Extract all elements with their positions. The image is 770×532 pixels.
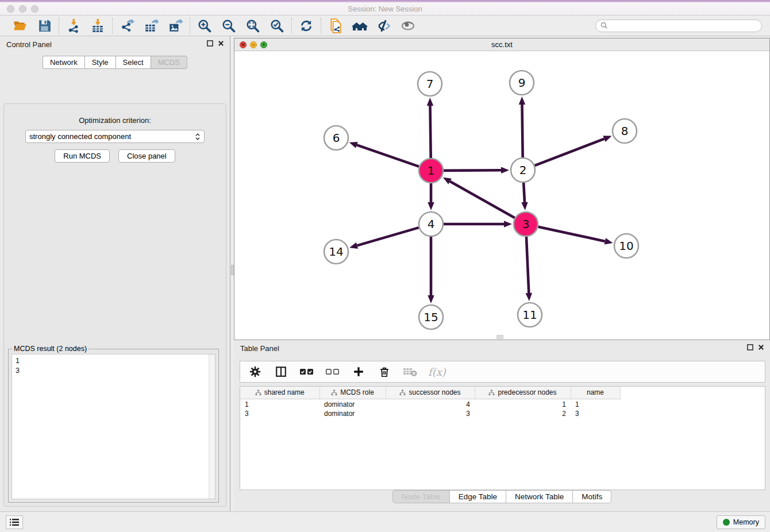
float-panel-icon[interactable]: [207, 40, 213, 47]
network-window-titlebar[interactable]: ✕ − + scc.txt: [234, 38, 769, 51]
chevron-updown-icon: [195, 133, 201, 141]
tab-motifs[interactable]: Motifs: [572, 490, 611, 503]
table-toolbar: f(x): [240, 361, 765, 383]
arrowhead-icon: [519, 97, 525, 105]
edge-1-2[interactable]: [444, 170, 501, 171]
float-table-panel-icon[interactable]: [747, 344, 753, 350]
network-graph[interactable]: 7968124314101511: [234, 51, 769, 340]
close-table-panel-icon[interactable]: [758, 344, 764, 350]
table-tabs: Node TableEdge TableNetwork TableMotifs: [234, 488, 770, 505]
task-history-button[interactable]: [6, 515, 23, 529]
export-network-icon[interactable]: [119, 18, 135, 34]
select-all-icon[interactable]: [299, 364, 315, 380]
search-input[interactable]: [608, 22, 757, 30]
node-label-8: 8: [621, 124, 629, 138]
add-column-icon[interactable]: [351, 364, 367, 380]
memory-status-dot: [723, 519, 730, 526]
mcds-result-list[interactable]: 13: [11, 354, 215, 499]
arrowhead-icon: [349, 242, 358, 249]
status-bar: Memory: [0, 511, 770, 532]
arrowhead-icon: [501, 167, 509, 173]
column-header-name[interactable]: name: [571, 387, 620, 399]
open-folder-icon[interactable]: [12, 18, 28, 34]
edge-3-11[interactable]: [526, 237, 529, 293]
close-panel-icon[interactable]: [218, 40, 224, 47]
delete-table-icon[interactable]: [402, 364, 418, 380]
canvas-resize-grip[interactable]: [496, 335, 503, 339]
edge-1-7[interactable]: [430, 106, 431, 158]
search-field[interactable]: [595, 20, 762, 32]
table-panel: Table Panel: [234, 340, 770, 511]
control-panel: Control Panel NetworkStyleSelectMCDS Opt…: [0, 36, 230, 511]
network-view-window: ✕ − + scc.txt 7968124314101511: [234, 38, 770, 340]
deselect-all-icon[interactable]: [325, 364, 341, 380]
table-header-row[interactable]: shared nameMCDS rolesuccessor nodesprede…: [240, 387, 620, 399]
import-network-icon[interactable]: [66, 18, 82, 34]
network-from-selection-icon[interactable]: [328, 18, 344, 34]
result-scrollbar[interactable]: [209, 354, 215, 499]
tab-style[interactable]: Style: [84, 56, 116, 69]
column-header-shared-name[interactable]: shared name: [240, 387, 319, 399]
arrowhead-icon: [603, 136, 611, 142]
edge-4-14[interactable]: [357, 228, 418, 245]
columns-icon[interactable]: [273, 364, 289, 380]
column-header-MCDS-role[interactable]: MCDS role: [319, 387, 386, 399]
node-table[interactable]: shared nameMCDS rolesuccessor nodesprede…: [240, 386, 765, 490]
table-row[interactable]: 1dominator411: [240, 399, 620, 408]
edge-1-6[interactable]: [357, 145, 419, 166]
save-icon[interactable]: [36, 18, 52, 34]
arrowhead-icon: [428, 202, 434, 210]
window-title: Session: New Session: [0, 5, 770, 13]
arrowhead-icon: [605, 238, 613, 244]
optimization-criterion-dropdown[interactable]: strongly connected component: [25, 130, 205, 143]
edge-3-10[interactable]: [538, 227, 605, 241]
network-window-title: scc.txt: [234, 40, 769, 49]
export-table-icon[interactable]: [143, 18, 159, 34]
arrowhead-icon: [521, 202, 528, 210]
refresh-icon[interactable]: [298, 18, 314, 34]
close-panel-button[interactable]: Close panel: [118, 149, 175, 163]
edge-2-8[interactable]: [535, 139, 605, 165]
tab-node-table[interactable]: Node Table: [392, 490, 449, 503]
node-label-9: 9: [518, 76, 526, 90]
table-row[interactable]: 3dominator323: [240, 408, 620, 418]
function-builder-icon[interactable]: f(x): [428, 366, 446, 378]
tab-mcds[interactable]: MCDS: [151, 56, 187, 69]
export-image-icon[interactable]: [167, 18, 183, 34]
zoom-in-icon[interactable]: [197, 18, 213, 34]
tab-select[interactable]: Select: [116, 56, 151, 69]
import-table-icon[interactable]: [90, 18, 106, 34]
node-label-7: 7: [426, 77, 434, 91]
window-accent-strip: [0, 0, 770, 2]
gear-icon[interactable]: [247, 364, 263, 380]
zoom-selected-icon[interactable]: [269, 18, 285, 34]
memory-button[interactable]: Memory: [717, 515, 765, 529]
tab-edge-table[interactable]: Edge Table: [449, 490, 506, 503]
column-header-predecessor-nodes[interactable]: predecessor nodes: [475, 387, 571, 399]
edge-2-9[interactable]: [522, 105, 523, 157]
edge-2-3[interactable]: [523, 183, 525, 202]
graphics-details-icon[interactable]: [376, 18, 392, 34]
dropdown-value: strongly connected component: [29, 132, 195, 141]
mcds-result-title: MCDS result (2 nodes): [12, 345, 88, 353]
zoom-fit-icon[interactable]: [245, 18, 261, 34]
mcds-result-values: 13: [12, 354, 215, 377]
tab-network-table[interactable]: Network Table: [506, 490, 572, 503]
run-mcds-button[interactable]: Run MCDS: [55, 149, 110, 163]
list-icon: [10, 518, 19, 526]
edge-3-1[interactable]: [450, 182, 515, 218]
network-canvas[interactable]: 7968124314101511: [234, 51, 769, 340]
column-header-successor-nodes[interactable]: successor nodes: [386, 387, 475, 399]
arrowhead-icon: [526, 293, 532, 301]
delete-column-icon[interactable]: [376, 364, 392, 380]
node-label-4: 4: [428, 217, 435, 231]
memory-label: Memory: [733, 518, 759, 526]
zoom-out-icon[interactable]: [221, 18, 237, 34]
node-label-3: 3: [522, 217, 530, 231]
eye-icon[interactable]: [400, 18, 416, 34]
search-icon: [600, 22, 608, 29]
home-icon[interactable]: [352, 18, 368, 34]
tab-network[interactable]: Network: [43, 56, 84, 69]
table-panel-title: Table Panel: [240, 344, 279, 353]
mcds-tab-panel: Optimization criterion: strongly connect…: [3, 103, 226, 507]
